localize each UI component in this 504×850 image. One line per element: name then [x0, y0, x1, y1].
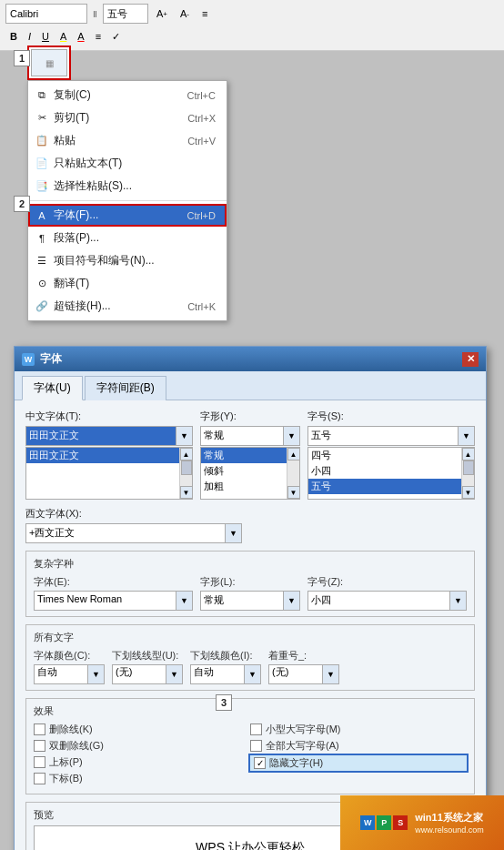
italic-button[interactable]: I [24, 26, 35, 46]
style-scroll-up[interactable]: ▲ [287, 448, 300, 460]
chinese-font-dropdown-arrow[interactable]: ▼ [176, 426, 193, 446]
underline-type-select-row: (无) ▼ [112, 664, 183, 684]
font-color-button[interactable]: A [73, 26, 88, 46]
font-dialog: W 字体 ✕ 字体(U) 字符间距(B) 中文字体(T): 田田文正文 ▼ 田田… [14, 346, 487, 850]
style-select[interactable]: 常规 [200, 426, 284, 446]
size-dropdown-arrow[interactable]: ▼ [459, 426, 475, 446]
size-scroll-up[interactable]: ▲ [462, 448, 475, 460]
western-font-row: 西文字体(X): +西文正文 ▼ [25, 507, 475, 543]
align-button[interactable]: ≡ [91, 26, 106, 46]
effect-hidden: 隐藏文字(H) [250, 755, 467, 771]
strikethrough-checkbox[interactable] [34, 724, 45, 735]
all-caps-checkbox[interactable] [250, 740, 262, 752]
hidden-checkbox[interactable] [254, 757, 266, 769]
emphasis-select[interactable]: (无) [268, 664, 323, 684]
emphasis-select-row: (无) ▼ [268, 664, 339, 684]
underline-button[interactable]: U [37, 26, 54, 46]
size-scroll-track [462, 460, 474, 486]
dialog-close-button[interactable]: ✕ [462, 352, 479, 367]
menu-item-paste-text[interactable]: 📄 只粘贴文本(T) [28, 152, 227, 175]
cut-icon: ✂ [34, 112, 50, 124]
style-label: 字形(Y): [200, 410, 300, 423]
font-color-arrow[interactable]: ▼ [88, 664, 105, 684]
western-font-select-row: +西文正文 ▼ [25, 523, 475, 543]
underline-type-label: 下划线线型(U): [112, 649, 183, 663]
style-scroll-down[interactable]: ▼ [287, 486, 300, 499]
font-grow-btn[interactable]: A+ [152, 4, 172, 24]
menu-item-paste-special[interactable]: 📑 选择性粘贴(S)... [28, 175, 227, 197]
font-name-input[interactable] [5, 4, 87, 24]
complex-style-arrow[interactable]: ▼ [284, 591, 300, 611]
style-dropdown-arrow[interactable]: ▼ [284, 426, 300, 446]
menu-item-paste-label: 粘贴 [54, 133, 76, 148]
complex-style-label: 字形(L): [200, 575, 300, 589]
underline-color-arrow[interactable]: ▼ [245, 664, 261, 684]
style-col: 字形(Y): 常规 ▼ 常规 倾斜 加粗 ▲ ▼ [200, 410, 300, 500]
font-color-select[interactable]: 自动 [34, 664, 88, 684]
tab-char-spacing[interactable]: 字符间距(B) [85, 376, 166, 400]
western-font-select[interactable]: +西文正文 [25, 523, 226, 543]
chinese-font-select[interactable]: 田田文正文 [25, 426, 176, 446]
highlight-button[interactable]: A [55, 26, 71, 46]
scroll-down-btn[interactable]: ▼ [180, 486, 193, 499]
step3-label: 3 [216, 694, 232, 711]
chinese-font-select-row: 田田文正文 ▼ [25, 426, 193, 446]
style-item-italic[interactable]: 倾斜 [201, 463, 287, 479]
copy-shortcut: Ctrl+C [187, 90, 216, 101]
menu-item-paragraph[interactable]: ¶ 段落(P)... [28, 227, 227, 249]
trigger-icon: ▦ [45, 58, 54, 68]
style-item-regular[interactable]: 常规 [201, 448, 287, 463]
paragraph-icon: ¶ [34, 233, 50, 244]
effects-col-right: 小型大写字母(M) 全部大写字母(A) 隐藏文字(H) [250, 723, 467, 788]
effects-title: 效果 [34, 704, 467, 718]
font-list-item-selected[interactable]: 田田文正文 [26, 448, 179, 463]
style-listbox: 常规 倾斜 加粗 ▲ ▼ [200, 447, 300, 500]
menu-item-hyperlink[interactable]: 🔗 超链接(H)... Ctrl+K [28, 295, 227, 318]
font-shrink-btn[interactable]: A- [176, 4, 194, 24]
double-strikethrough-checkbox[interactable] [34, 740, 45, 752]
style-item-bold[interactable]: 加粗 [201, 479, 287, 494]
menu-item-list[interactable]: ☰ 项目符号和编号(N)... [28, 249, 227, 272]
western-font-dropdown-arrow[interactable]: ▼ [226, 523, 242, 543]
menu-item-copy-label: 复制(C) [54, 87, 91, 103]
strikethrough-label: 删除线(K) [49, 723, 93, 736]
emphasis-arrow[interactable]: ▼ [323, 664, 339, 684]
scroll-thumb[interactable] [181, 460, 192, 475]
menu-item-cut[interactable]: ✂ 剪切(T) Ctrl+X [28, 106, 227, 129]
complex-size-select[interactable]: 小四 [307, 591, 450, 611]
dialog-tabs: 字体(U) 字符间距(B) [15, 371, 486, 400]
font-menu-icon: A [34, 210, 50, 221]
underline-type-select[interactable]: (无) [112, 664, 166, 684]
size-item-4[interactable]: 四号 [308, 448, 461, 463]
font-size-input[interactable] [103, 4, 148, 24]
underline-color-select[interactable]: 自动 [190, 664, 245, 684]
size-col: 字号(S): 五号 ▼ 四号 小四 五号 ▲ [307, 410, 475, 500]
menu-item-copy[interactable]: ⧉ 复制(C) Ctrl+C [28, 84, 227, 106]
size-scroll-thumb[interactable] [463, 460, 474, 475]
format-button[interactable]: ✓ [107, 26, 125, 46]
step2-label: 2 [14, 196, 30, 212]
tab-font[interactable]: 字体(U) [22, 376, 83, 400]
complex-font-arrow[interactable]: ▼ [176, 591, 193, 611]
superscript-checkbox[interactable] [34, 756, 45, 768]
menu-item-font[interactable]: A 字体(F)... Ctrl+D [28, 204, 227, 227]
menu-trigger[interactable]: ▦ [31, 49, 67, 76]
menu-item-translate[interactable]: ⊙ 翻译(T) [28, 272, 227, 295]
underline-type-arrow[interactable]: ▼ [166, 664, 183, 684]
paste-shortcut: Ctrl+V [187, 136, 216, 147]
size-item-5[interactable]: 五号 [308, 479, 461, 494]
small-caps-checkbox[interactable] [250, 724, 262, 735]
size-select-row: 五号 ▼ [307, 426, 475, 446]
size-scroll-down[interactable]: ▼ [462, 486, 475, 499]
size-item-s4[interactable]: 小四 [308, 463, 461, 479]
menu-item-paste[interactable]: 📋 粘贴 Ctrl+V [28, 129, 227, 152]
complex-font-select[interactable]: Times New Roman [34, 591, 176, 611]
size-select[interactable]: 五号 [307, 426, 459, 446]
scroll-up-btn[interactable]: ▲ [180, 448, 193, 460]
complex-style-select[interactable]: 常规 [200, 591, 284, 611]
subscript-checkbox[interactable] [34, 773, 45, 784]
clear-format-btn[interactable]: ≡ [197, 4, 212, 24]
complex-font-select-row: Times New Roman ▼ [34, 591, 193, 611]
complex-size-arrow[interactable]: ▼ [450, 591, 467, 611]
bold-button[interactable]: B [5, 26, 22, 46]
